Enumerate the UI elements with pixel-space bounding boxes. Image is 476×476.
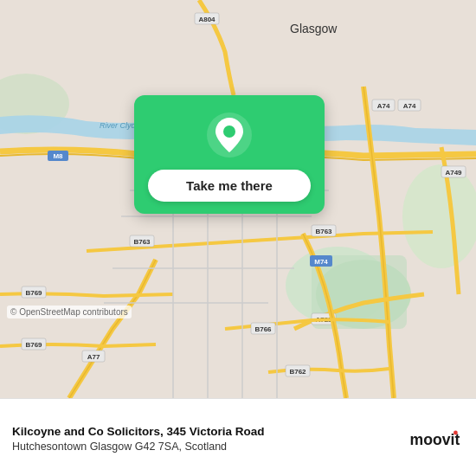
moovit-logo-image: moovit xyxy=(408,424,464,455)
svg-text:M8: M8 xyxy=(53,152,63,160)
svg-text:B769: B769 xyxy=(25,289,42,297)
svg-text:B762: B762 xyxy=(289,368,306,376)
map-container: River Clyde M8 M8 A77 B763 B763 B769 B76… xyxy=(0,0,476,398)
svg-text:B766: B766 xyxy=(254,325,272,333)
moovit-logo: moovit xyxy=(408,424,464,455)
svg-text:B763: B763 xyxy=(315,228,332,235)
location-card: Take me there xyxy=(134,95,325,214)
svg-text:A804: A804 xyxy=(198,16,215,23)
location-pin-icon xyxy=(205,111,254,159)
footer: Kilcoyne and Co Solicitors, 345 Victoria… xyxy=(0,398,476,476)
svg-text:A74: A74 xyxy=(403,102,416,110)
svg-text:A74: A74 xyxy=(377,102,390,110)
svg-point-39 xyxy=(223,125,235,138)
take-me-there-button[interactable]: Take me there xyxy=(148,170,311,202)
business-name: Kilcoyne and Co Solicitors, 345 Victoria… xyxy=(12,424,400,440)
svg-point-41 xyxy=(453,430,458,434)
svg-text:A77: A77 xyxy=(87,353,100,361)
footer-text: Kilcoyne and Co Solicitors, 345 Victoria… xyxy=(12,424,400,454)
svg-text:B769: B769 xyxy=(25,341,42,349)
svg-text:moovit: moovit xyxy=(410,431,460,448)
svg-text:A749: A749 xyxy=(445,169,462,177)
business-address: Hutchesontown Glasgow G42 7SA, Scotland xyxy=(12,440,400,455)
svg-text:M74: M74 xyxy=(314,258,328,266)
svg-text:Glasgow: Glasgow xyxy=(290,22,338,35)
svg-text:B763: B763 xyxy=(133,238,151,246)
osm-attribution: © OpenStreetMap contributors xyxy=(7,306,132,318)
